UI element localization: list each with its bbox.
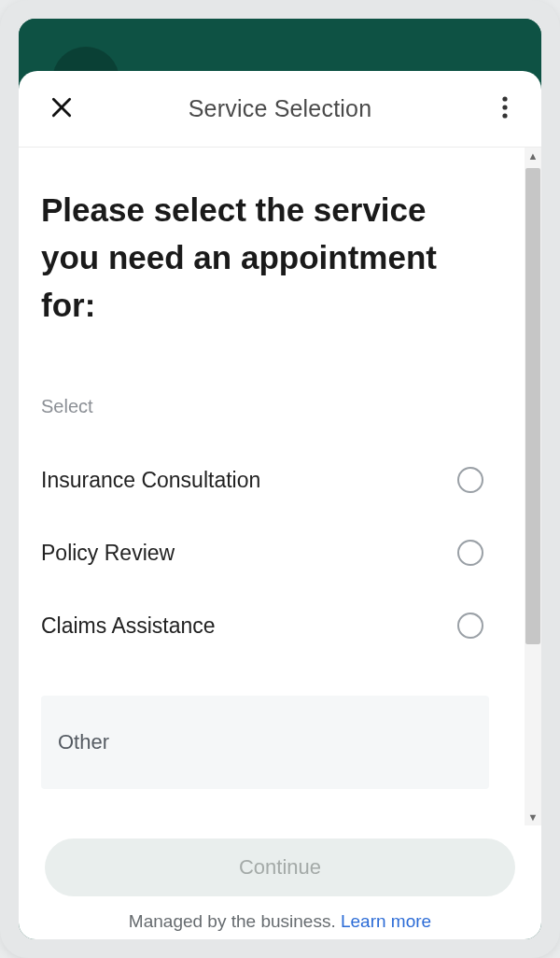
- scrollbar[interactable]: ▲ ▼: [525, 148, 541, 825]
- option-label: Insurance Consultation: [41, 468, 260, 493]
- section-label: Select: [41, 396, 497, 417]
- learn-more-link[interactable]: Learn more: [341, 911, 431, 931]
- close-button[interactable]: [43, 91, 80, 128]
- device-inner: Service Selection Please select the serv…: [19, 19, 541, 939]
- scrollbar-thumb[interactable]: [525, 168, 540, 644]
- managed-by-text: Managed by the business. Learn more: [45, 911, 515, 932]
- option-label: Policy Review: [41, 541, 175, 566]
- radio-unchecked-icon: [457, 613, 483, 639]
- radio-unchecked-icon: [457, 540, 483, 566]
- scroll-area: Please select the service you need an ap…: [19, 148, 541, 825]
- more-vert-icon: [502, 96, 508, 122]
- option-insurance-consultation[interactable]: Insurance Consultation: [41, 444, 497, 516]
- other-input-container[interactable]: [41, 696, 489, 789]
- device-frame: Service Selection Please select the serv…: [0, 0, 560, 958]
- topbar: Service Selection: [19, 71, 541, 148]
- scrollbar-up-icon[interactable]: ▲: [526, 149, 539, 162]
- close-icon: [49, 95, 74, 123]
- continue-button[interactable]: Continue: [45, 838, 515, 896]
- option-claims-assistance[interactable]: Claims Assistance: [41, 589, 497, 662]
- svg-point-2: [502, 96, 507, 101]
- svg-point-4: [502, 113, 507, 118]
- options-list: Insurance Consultation Policy Review Cla…: [41, 444, 497, 662]
- managed-label: Managed by the business.: [129, 911, 341, 931]
- page-title: Service Selection: [189, 95, 372, 122]
- scrollbar-down-icon[interactable]: ▼: [526, 810, 539, 824]
- radio-unchecked-icon: [457, 467, 483, 493]
- footer: Continue Managed by the business. Learn …: [19, 825, 541, 939]
- svg-point-3: [502, 105, 507, 109]
- option-label: Claims Assistance: [41, 613, 216, 639]
- more-menu-button[interactable]: [491, 91, 519, 128]
- modal-sheet: Service Selection Please select the serv…: [19, 71, 541, 939]
- option-policy-review[interactable]: Policy Review: [41, 516, 497, 589]
- prompt-heading: Please select the service you need an ap…: [41, 187, 480, 329]
- other-input[interactable]: [58, 730, 472, 754]
- content: Please select the service you need an ap…: [19, 148, 525, 825]
